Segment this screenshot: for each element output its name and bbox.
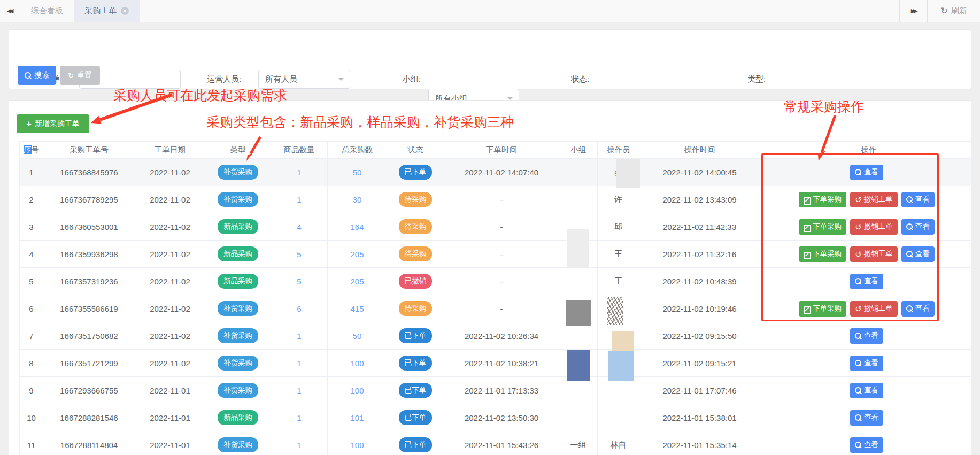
- view-order-button[interactable]: 查看: [850, 383, 883, 398]
- cell-total: 30: [328, 186, 387, 213]
- view-order-button[interactable]: 查看: [850, 437, 883, 453]
- cell-status: 已下单: [387, 159, 444, 186]
- view-order-button[interactable]: 查看: [850, 410, 883, 426]
- total-purchase-link[interactable]: 205: [350, 250, 364, 259]
- product-count-link[interactable]: 1: [297, 386, 301, 395]
- status-filter-label: 状态:: [571, 70, 589, 89]
- order-order-button[interactable]: 下单采购: [799, 246, 846, 262]
- cell-status: 已下单: [387, 377, 444, 404]
- search-button[interactable]: 搜索: [18, 66, 56, 85]
- tab-purchase-orders[interactable]: 采购工单 ✕: [74, 0, 140, 22]
- cell-order-no: 1667288114804: [43, 431, 135, 455]
- cell-op-time: 2022-11-02 13:43:09: [639, 186, 760, 213]
- table-header-row: 序号采购工单号工单日期类型商品数量总采购数状态下单时间小组操作员操作时间操作: [20, 142, 972, 159]
- cancel-order-button[interactable]: ↺撤销工单: [850, 192, 898, 207]
- cell-date: 2022-11-02: [135, 159, 205, 186]
- cell-total: 100: [328, 377, 387, 404]
- product-count-link[interactable]: 1: [297, 413, 301, 422]
- cancel-order-button[interactable]: ↺撤销工单: [850, 219, 898, 235]
- add-button-label: 新增采购工单: [35, 119, 80, 129]
- type-pill: 补货采购: [218, 437, 258, 452]
- total-purchase-link[interactable]: 100: [350, 386, 364, 395]
- view-order-button[interactable]: 查看: [901, 192, 935, 207]
- tab-label: 综合看板: [31, 6, 63, 16]
- action-button-label: 下单采购: [813, 304, 842, 313]
- view-order-button[interactable]: 查看: [850, 356, 883, 371]
- cell-type: 补货采购: [205, 186, 271, 213]
- tab-dashboard[interactable]: 综合看板: [20, 0, 74, 22]
- cell-order-no: 1667288281546: [43, 404, 135, 431]
- refresh-button[interactable]: ↻ 刷新: [927, 0, 980, 22]
- table-row: 216673677892952022-11-02补货采购130待采购-许2022…: [20, 186, 972, 213]
- action-button-label: 下单采购: [813, 249, 842, 259]
- action-button-label: 下单采购: [813, 195, 842, 204]
- edit-icon: [804, 196, 811, 203]
- product-count-link[interactable]: 1: [297, 359, 301, 368]
- product-count-link[interactable]: 1: [297, 331, 301, 341]
- annotation-types-note: 采购类型包含：新品采购，样品采购，补货采购三种: [206, 113, 514, 131]
- reset-button-label: 重置: [77, 71, 92, 80]
- order-order-button[interactable]: 下单采购: [799, 192, 846, 207]
- cell-actions: 下单采购↺撤销工单查看: [760, 295, 972, 322]
- cell-operator: 许: [598, 186, 639, 213]
- order-order-button[interactable]: 下单采购: [799, 301, 846, 317]
- cell-type: 补货采购: [205, 295, 271, 322]
- cancel-order-button[interactable]: ↺撤销工单: [850, 301, 898, 317]
- cell-index: 5: [20, 268, 43, 295]
- total-purchase-link[interactable]: 30: [353, 195, 362, 204]
- cell-index: 8: [20, 350, 43, 377]
- table-panel: + 新增采购工单 序号采购工单号工单日期类型商品数量总采购数状态下单时间小组操作…: [9, 100, 971, 455]
- cell-group: [559, 404, 598, 431]
- view-order-button[interactable]: 查看: [901, 301, 935, 317]
- close-tab-icon[interactable]: ✕: [121, 7, 129, 15]
- operator-dropdown[interactable]: 所有人员: [258, 70, 350, 89]
- product-count-link[interactable]: 4: [297, 222, 301, 232]
- order-order-button[interactable]: 下单采购: [799, 219, 846, 235]
- total-purchase-link[interactable]: 100: [350, 359, 364, 368]
- view-order-button[interactable]: 查看: [850, 274, 883, 289]
- action-button-label: 撤销工单: [864, 249, 893, 259]
- product-count-link[interactable]: 1: [297, 195, 301, 204]
- product-count-link[interactable]: 5: [297, 250, 301, 259]
- cell-qty: 1: [271, 159, 328, 186]
- total-purchase-link[interactable]: 50: [353, 168, 362, 177]
- cell-actions: 查看: [760, 268, 972, 295]
- table-row: 1116672881148042022-11-01补货采购1100已下单2022…: [20, 431, 972, 455]
- view-order-button[interactable]: 查看: [901, 246, 935, 262]
- cell-group: [559, 322, 598, 350]
- status-pill: 已下单: [399, 328, 433, 343]
- table-row: 716673517506822022-11-02补货采购150已下单2022-1…: [20, 322, 972, 350]
- product-count-link[interactable]: 6: [297, 304, 301, 313]
- action-button-label: 查看: [864, 440, 878, 450]
- cell-operator: 蔡: [598, 159, 639, 186]
- total-purchase-link[interactable]: 415: [350, 304, 364, 313]
- collapse-tabs-icon[interactable]: ◀◀: [0, 0, 20, 22]
- total-purchase-link[interactable]: 100: [350, 441, 364, 450]
- expand-tabs-icon[interactable]: ▶▶: [899, 0, 927, 22]
- product-count-link[interactable]: 1: [297, 168, 301, 177]
- cell-order-no: 1667359936298: [43, 241, 135, 268]
- column-header: 序号: [20, 142, 43, 159]
- total-purchase-link[interactable]: 205: [350, 277, 364, 286]
- view-order-button[interactable]: 查看: [850, 165, 883, 180]
- group-filter-label: 小组:: [403, 70, 421, 89]
- cell-op-time: 2022-11-01 15:35:14: [639, 431, 760, 455]
- cell-op-time: 2022-11-02 09:15:50: [639, 322, 760, 350]
- action-button-label: 撤销工单: [864, 195, 893, 204]
- cell-total: 50: [328, 322, 387, 350]
- total-purchase-link[interactable]: 50: [353, 331, 362, 341]
- tab-label: 采购工单: [84, 6, 117, 16]
- cell-index: 1: [20, 159, 43, 186]
- cell-index: 2: [20, 186, 43, 213]
- view-order-button[interactable]: 查看: [850, 328, 883, 344]
- total-purchase-link[interactable]: 101: [350, 413, 364, 422]
- column-header: 类型: [205, 142, 271, 159]
- total-purchase-link[interactable]: 164: [350, 222, 364, 232]
- add-purchase-order-button[interactable]: + 新增采购工单: [17, 114, 89, 133]
- product-count-link[interactable]: 5: [297, 277, 301, 286]
- product-count-link[interactable]: 1: [297, 441, 301, 450]
- cancel-order-button[interactable]: ↺撤销工单: [850, 246, 898, 262]
- view-order-button[interactable]: 查看: [901, 219, 935, 235]
- cell-type: 补货采购: [205, 322, 271, 350]
- reset-button[interactable]: ↻ 重置: [60, 66, 100, 85]
